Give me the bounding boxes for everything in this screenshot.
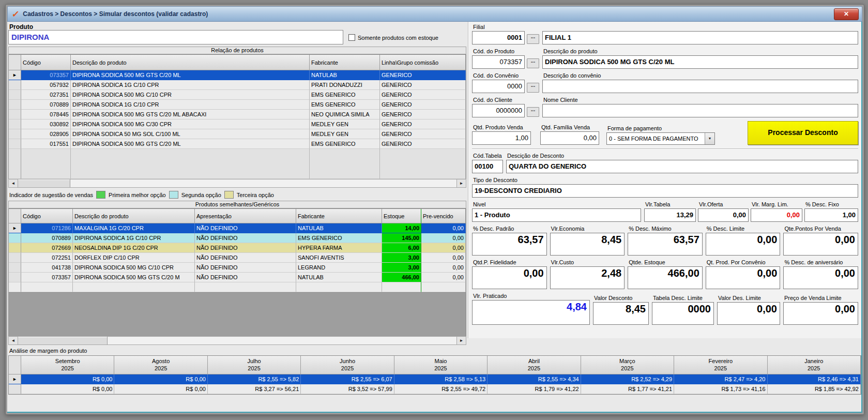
vlr-economia-value[interactable]: 8,45: [550, 233, 625, 256]
cell-estoque: 3,00: [382, 253, 421, 263]
desc-aniversario-value[interactable]: 0,00: [783, 266, 858, 289]
table-row[interactable]: 070889 DIPIRONA SODICA 1G C/10 CPR NÃO D…: [9, 233, 466, 243]
nome-cliente-input[interactable]: [542, 104, 858, 117]
close-button[interactable]: ✕: [834, 8, 859, 20]
scrollbar-thumb[interactable]: [18, 337, 108, 344]
header-month[interactable]: Abril2025: [488, 356, 581, 374]
header-month[interactable]: Março2025: [581, 356, 674, 374]
somente-estoque-checkbox[interactable]: Somente produtos com estoque: [348, 34, 438, 41]
checkbox-icon[interactable]: [348, 34, 355, 41]
vlr-custo-value[interactable]: 2,48: [550, 266, 625, 289]
qtd-produto-venda-input[interactable]: 1,00: [472, 131, 531, 145]
tabela-desc-limite-value[interactable]: 0000: [652, 302, 714, 325]
preco-venda-limite-label: Preço de Venda Limite: [784, 295, 858, 301]
cell-apresentacao: NÃO DEFINIDO: [195, 243, 296, 253]
qtde-estoque-value[interactable]: 466,00: [628, 266, 703, 289]
filial-code-input[interactable]: 0001: [472, 31, 525, 44]
produto-lookup-button[interactable]: ...: [527, 58, 539, 68]
header-pre-vencido[interactable]: Pre-vencido: [421, 209, 466, 223]
header-linha[interactable]: Linha\Grupo comissão: [380, 55, 466, 70]
table-row[interactable]: 073357 DIPIRONA SODICA 500 MG GTS C/20 M…: [9, 273, 466, 282]
desc-maximo-value[interactable]: 63,57: [628, 233, 703, 256]
table-row[interactable]: R$ 0,00 R$ 0,00 R$ 3,27 => 56,21 R$ 3,52…: [9, 384, 861, 394]
header-month[interactable]: Janeiro2025: [768, 356, 861, 374]
table-row[interactable]: 072669 NEOSALDINA DIP 1G C/20 CPR NÃO DE…: [9, 243, 466, 253]
scrollbar-thumb[interactable]: [18, 179, 70, 187]
desc-padrao-value[interactable]: 63,57: [472, 233, 547, 256]
vlr-praticado-label: Vlr. Praticado: [473, 293, 590, 299]
header-estoque[interactable]: Estoque: [382, 209, 421, 223]
convenio-lookup-button[interactable]: ...: [527, 83, 539, 93]
cod-convenio-input[interactable]: 0000: [472, 80, 525, 93]
table-row[interactable]: 072251 DORFLEX DIP C/10 CPR NÃO DEFINIDO…: [9, 253, 466, 263]
header-month[interactable]: Julho2025: [208, 356, 301, 374]
header-month[interactable]: Setembro2025: [21, 356, 114, 374]
table-row[interactable]: 057932 DIPIRONA SODICA 1G C/10 CPR PRATI…: [9, 80, 466, 90]
table-row[interactable]: 028905 DIPIRONA SODICA 50 MG SOL C/100 M…: [9, 129, 466, 139]
produto-search-input[interactable]: DIPIRONA: [8, 30, 343, 44]
similares-horizontal-scrollbar[interactable]: ◄ ►: [8, 336, 466, 345]
descicao-desconto-input[interactable]: QUARTA DO GENERICO: [506, 160, 858, 173]
desc-limite-value[interactable]: 0,00: [706, 233, 781, 256]
filial-name-input[interactable]: FILIAL 1: [542, 31, 858, 44]
processar-desconto-button[interactable]: Processar Desconto: [748, 121, 858, 145]
relacao-horizontal-scrollbar[interactable]: ◄ ►: [8, 179, 466, 188]
preco-venda-limite-value[interactable]: 0,00: [783, 302, 858, 325]
pontos-venda-value[interactable]: 0,00: [783, 233, 858, 256]
qtd-familia-venda-input[interactable]: 0,00: [540, 131, 599, 145]
scroll-left-icon[interactable]: ◄: [9, 337, 18, 344]
scroll-right-icon[interactable]: ►: [456, 337, 466, 344]
header-descricao[interactable]: Descrição do produto: [73, 209, 195, 223]
vlr-oferta-input[interactable]: 0,00: [698, 208, 749, 222]
header-codigo[interactable]: Código: [21, 55, 71, 70]
cliente-lookup-button[interactable]: ...: [527, 107, 539, 117]
cell-month-value: R$ 2,46 => 4,31: [768, 374, 861, 384]
cod-produto-input[interactable]: 073357: [472, 55, 525, 69]
table-row[interactable]: ► 071286 MAXALGINA 1G C/20 CPR NÃO DEFIN…: [9, 223, 466, 233]
fidelidade-value[interactable]: 0,00: [472, 266, 547, 289]
forma-pagamento-select[interactable]: 0 - SEM FORMA DE PAGAMENTO ▼: [606, 132, 715, 145]
cell-fabricante: EMS GENERICO: [296, 233, 382, 243]
header-month[interactable]: Fevereiro2025: [674, 356, 767, 374]
cell-month-value: R$ 2,55 => 49,72: [394, 384, 488, 394]
cod-tabela-input[interactable]: 00100: [472, 160, 503, 173]
filial-lookup-button[interactable]: ...: [527, 34, 539, 44]
cell-apresentacao: NÃO DEFINIDO: [195, 233, 296, 243]
cell-fabricante: NEO QUIMICA SIMILA: [310, 110, 380, 119]
desc-fixo-input[interactable]: 1,00: [804, 208, 858, 222]
table-row[interactable]: 070889 DIPIRONA SODICA 1G C/10 CPR EMS G…: [9, 100, 466, 110]
table-row[interactable]: 030892 DIPIRONA SODICA 500 MG C/30 CPR M…: [9, 119, 466, 129]
header-descricao[interactable]: Descrição do produto: [71, 55, 310, 70]
tipo-desconto-input[interactable]: 19-DESCONTO CREDIARIO: [472, 184, 858, 198]
header-codigo[interactable]: Código: [21, 209, 73, 223]
table-row[interactable]: 078445 DIPIRONA SODICA 500 MG GTS C/20 M…: [9, 110, 466, 119]
descricao-produto-input[interactable]: DIPIRONA SODICA 500 MG GTS C/20 ML: [542, 55, 858, 69]
vlr-praticado-value[interactable]: 4,84: [472, 300, 590, 325]
valor-des-limite-value[interactable]: 0,00: [717, 302, 780, 325]
nivel-input[interactable]: 1 - Produto: [472, 208, 641, 222]
header-fabricante[interactable]: Fabricante: [310, 55, 380, 70]
chevron-down-icon[interactable]: ▼: [705, 133, 714, 144]
cell-codigo: 071286: [21, 223, 73, 233]
table-row[interactable]: ► R$ 0,00 R$ 0,00 R$ 2,55 => 5,82 R$ 2,5…: [9, 374, 861, 384]
table-row[interactable]: 041738 DIPIRONA SODICA 500 MG C/10 CPR N…: [9, 263, 466, 273]
header-apresentacao[interactable]: Apresentação: [195, 209, 296, 223]
header-month[interactable]: Agosto2025: [114, 356, 207, 374]
title-bar[interactable]: ✓ Cadastros > Descontos > Simular descon…: [7, 6, 862, 22]
scroll-right-icon[interactable]: ►: [456, 179, 466, 187]
valor-desconto-value[interactable]: 8,45: [593, 302, 649, 325]
table-row[interactable]: ► 073357 DIPIRONA SODICA 500 MG GTS C/20…: [9, 70, 466, 80]
vlr-tabela-input[interactable]: 13,29: [644, 208, 696, 222]
cod-cliente-input[interactable]: 0000000: [472, 104, 525, 117]
descricao-convenio-input[interactable]: [542, 80, 858, 93]
header-fabricante[interactable]: Fabricante: [296, 209, 382, 223]
month-name: Fevereiro: [676, 357, 765, 365]
cod-convenio-label: Cód. do Convênio: [473, 72, 525, 79]
vlr-marg-lim-input[interactable]: 0,00: [751, 208, 802, 222]
scroll-left-icon[interactable]: ◄: [9, 179, 18, 187]
header-month[interactable]: Maio2025: [394, 356, 488, 374]
table-row[interactable]: 027351 DIPIRONA SODICA 500 MG C/10 CPR E…: [9, 90, 466, 100]
header-month[interactable]: Junho2025: [301, 356, 394, 374]
table-row[interactable]: 017551 DIPIRONA SODICA 500 MG GTS C/20 M…: [9, 139, 466, 149]
prod-convenio-value[interactable]: 0,00: [706, 266, 781, 289]
